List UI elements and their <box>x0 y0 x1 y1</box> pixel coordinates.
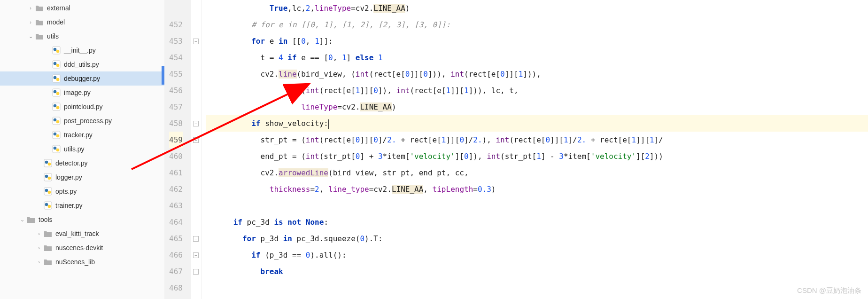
tree-item-ddd_utils-py[interactable]: ddd_utils.py <box>0 57 164 71</box>
svg-point-23 <box>56 149 60 152</box>
line-number: 461 <box>169 165 183 181</box>
python-file-icon <box>52 145 61 153</box>
tree-item-label: logger.py <box>55 173 82 181</box>
code-line[interactable]: str_pt = (int(rect[e[0]][0]/2. + rect[e[… <box>206 132 868 148</box>
code-line[interactable]: if show_velocity: <box>206 115 868 132</box>
code-line[interactable]: (int(rect[e[1]][0]), int(rect[e[1]][1]))… <box>206 82 868 99</box>
code-line[interactable]: True,lc,2,lineType=cv2.LINE_AA) <box>206 0 868 16</box>
folder-icon <box>43 258 53 266</box>
tree-item-label: external <box>47 4 70 12</box>
tree-item-label: utils <box>47 32 59 40</box>
tree-item-trainer-py[interactable]: trainer.py <box>0 198 164 212</box>
tree-item-nuscenes-devkit[interactable]: ›nuscenes-devkit <box>0 241 164 255</box>
svg-point-17 <box>56 120 60 124</box>
python-file-icon <box>52 60 61 69</box>
chevron-right-icon[interactable]: › <box>35 231 43 236</box>
change-marker <box>162 66 164 85</box>
tree-item-pointcloud-py[interactable]: pointcloud.py <box>0 100 164 114</box>
folder-icon <box>43 244 53 252</box>
chevron-down-icon[interactable]: ⌄ <box>18 217 26 223</box>
code-line[interactable]: break <box>206 263 868 280</box>
code-line[interactable]: cv2.line(bird_view, (int(rect[e[0]][0]))… <box>206 66 868 82</box>
code-content[interactable]: True,lc,2,lineType=cv2.LINE_AA) # for e … <box>202 0 868 299</box>
fold-toggle-icon[interactable]: − <box>193 252 199 258</box>
code-line[interactable]: lineType=cv2.LINE_AA) <box>206 99 868 115</box>
fold-gutter[interactable]: −−−−−− <box>191 0 202 299</box>
tree-item-utils-py[interactable]: utils.py <box>0 142 164 156</box>
code-line[interactable]: for e in [[0, 1]]: <box>206 33 868 49</box>
fold-toggle-icon[interactable]: − <box>193 121 199 126</box>
svg-point-22 <box>54 147 57 150</box>
folder-icon <box>26 215 36 224</box>
tree-item-label: debugger.py <box>64 75 100 82</box>
svg-point-34 <box>45 203 48 206</box>
svg-point-35 <box>48 205 51 208</box>
python-file-icon <box>43 173 53 181</box>
line-number: 467 <box>169 263 183 280</box>
fold-toggle-icon[interactable]: − <box>193 137 199 143</box>
svg-point-16 <box>54 118 57 122</box>
svg-point-20 <box>56 134 60 138</box>
fold-toggle-icon[interactable]: − <box>193 269 199 275</box>
caret <box>328 119 329 129</box>
chevron-right-icon[interactable]: › <box>35 245 43 251</box>
line-number: 464 <box>169 214 183 230</box>
line-number: 458 <box>169 115 183 132</box>
fold-toggle-icon[interactable]: − <box>193 39 199 44</box>
code-line[interactable]: if (p_3d == 0).all(): <box>206 247 868 263</box>
line-number: 468 <box>169 280 183 296</box>
tree-item-tracker-py[interactable]: tracker.py <box>0 128 164 142</box>
tree-item-post_process-py[interactable]: post_process.py <box>0 114 164 128</box>
tree-item-tools[interactable]: ⌄tools <box>0 212 164 227</box>
editor[interactable]: 4524534544554564574584594604614624634644… <box>164 0 868 299</box>
svg-point-31 <box>45 189 48 192</box>
svg-point-11 <box>56 92 60 95</box>
code-line[interactable]: thickness=2, line_type=cv2.LINE_AA, tipL… <box>206 181 868 197</box>
tree-item-eval_kitti_track[interactable]: ›eval_kitti_track <box>0 227 164 241</box>
tree-item-__init__-py[interactable]: __init__.py <box>0 43 164 57</box>
python-file-icon <box>52 46 61 55</box>
fold-toggle-icon[interactable]: − <box>193 236 199 242</box>
tree-item-label: ddd_utils.py <box>64 61 99 68</box>
watermark: CSDN @豆奶泡油条 <box>797 286 861 295</box>
line-number: 466 <box>169 247 183 263</box>
svg-point-5 <box>56 64 60 67</box>
tree-item-image-py[interactable]: image.py <box>0 86 164 100</box>
tree-item-utils[interactable]: ⌄utils <box>0 29 164 43</box>
line-number: 457 <box>169 99 183 115</box>
python-file-icon <box>52 131 61 139</box>
svg-point-10 <box>54 90 57 94</box>
line-gutter: 4524534544554564574584594604614624634644… <box>164 0 191 299</box>
code-line[interactable]: for p_3d in pc_3d.squeeze(0).T: <box>206 230 868 247</box>
folder-icon <box>35 18 44 26</box>
code-line[interactable] <box>206 197 868 214</box>
tree-item-external[interactable]: ›external <box>0 1 164 15</box>
folder-icon <box>35 32 44 40</box>
chevron-down-icon[interactable]: ⌄ <box>26 33 35 39</box>
svg-point-26 <box>48 163 51 166</box>
line-number: 462 <box>169 181 183 197</box>
code-line[interactable]: cv2.arrowedLine(bird_view, str_pt, end_p… <box>206 165 868 181</box>
tree-item-debugger-py[interactable]: debugger.py <box>0 71 164 86</box>
tree-item-logger-py[interactable]: logger.py <box>0 170 164 184</box>
chevron-right-icon[interactable]: › <box>26 5 35 11</box>
svg-point-4 <box>54 62 57 65</box>
line-number: 459 <box>169 132 183 148</box>
code-line[interactable]: if pc_3d is not None: <box>206 214 868 230</box>
tree-item-detector-py[interactable]: detector.py <box>0 156 164 170</box>
tree-item-label: nuScenes_lib <box>55 258 95 266</box>
tree-item-nuScenes_lib[interactable]: ›nuScenes_lib <box>0 255 164 269</box>
tree-item-label: eval_kitti_track <box>55 230 99 237</box>
svg-point-28 <box>45 175 48 178</box>
line-number: 463 <box>169 197 183 214</box>
tree-item-opts-py[interactable]: opts.py <box>0 184 164 198</box>
code-line[interactable]: # for e in [[0, 1], [1, 2], [2, 3], [3, … <box>206 16 868 33</box>
python-file-icon <box>52 102 61 111</box>
code-line[interactable]: end_pt = (int(str_pt[0] + 3*item['veloci… <box>206 148 868 165</box>
svg-point-32 <box>48 191 51 194</box>
code-line[interactable]: t = 4 if e == [0, 1] else 1 <box>206 49 868 66</box>
chevron-right-icon[interactable]: › <box>35 259 43 265</box>
chevron-right-icon[interactable]: › <box>26 19 35 25</box>
tree-item-model[interactable]: ›model <box>0 15 164 29</box>
project-tree[interactable]: ›external›model⌄utils__init__.pyddd_util… <box>0 0 164 299</box>
